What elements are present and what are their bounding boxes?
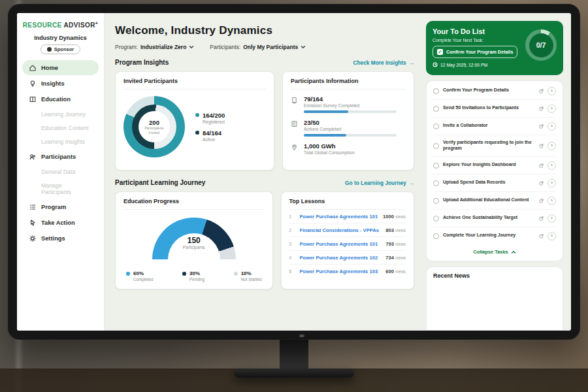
home-icon [29, 64, 37, 72]
task-row[interactable]: Upload Additional Educational Content › [433, 192, 556, 210]
task-checkbox[interactable] [433, 106, 439, 112]
chevron-right-icon[interactable]: › [547, 142, 556, 150]
location-pin-icon [291, 142, 299, 155]
program-filter-label: Program: [115, 44, 138, 50]
lesson-rank: 5 [289, 269, 295, 274]
task-label: Upload Spend Data Records [443, 180, 535, 186]
lesson-link[interactable]: Power Purchase Agreements 101 [300, 241, 381, 247]
check-more-insights-link[interactable]: Check More Insights → [353, 59, 414, 66]
chevron-right-icon[interactable]: › [547, 122, 556, 131]
sidebar-item-settings[interactable]: Settings [22, 231, 99, 246]
task-checkbox[interactable] [433, 163, 439, 169]
sidebar-item-label: General Data [41, 169, 75, 175]
task-checkbox[interactable] [433, 123, 439, 129]
next-task-pill[interactable]: ✓ Confirm Your Program Details [433, 46, 517, 58]
chevron-down-icon [301, 44, 306, 50]
sidebar-item-participants[interactable]: Participants [22, 149, 99, 164]
program-filter-dropdown[interactable]: Program: Industrialize Zero [115, 44, 194, 50]
legend-dot-completed [126, 272, 130, 276]
sidebar-item-learning-journey[interactable]: Learning Journey [22, 107, 99, 121]
todo-progress-ring: 0/7 [525, 29, 557, 61]
task-row[interactable]: Upload Spend Data Records › [433, 174, 556, 192]
chevron-right-icon[interactable]: › [547, 179, 556, 188]
insights-icon [29, 80, 37, 88]
task-row[interactable]: Verify participants requesting to join t… [433, 135, 556, 157]
todo-task-list: Confirm Your Program Details › Send 50 I… [426, 80, 563, 261]
task-checkbox[interactable] [433, 88, 439, 94]
task-row[interactable]: Confirm Your Program Details › [433, 82, 556, 100]
legend-value: 30% [189, 270, 204, 276]
sidebar-item-learning-insights[interactable]: Learning Insights [22, 135, 99, 148]
sidebar-item-manage-participants[interactable]: Manage Participants [22, 178, 99, 199]
lesson-rank: 3 [289, 242, 295, 246]
gauge-legend: 60% Completed 30% Pending [123, 259, 265, 287]
progress-fill [304, 110, 348, 113]
learning-journey-header: Participant Learning Journey Go to Learn… [115, 179, 414, 186]
task-row[interactable]: Send 50 Invitations to Participants › [433, 100, 556, 118]
task-label: Achieve One Sustainability Target [443, 215, 535, 221]
legend-label: Registered [203, 120, 225, 124]
task-row[interactable]: Explore Your Insights Dashboard › [433, 157, 556, 174]
task-label: Complete Your Learning Journey [443, 233, 535, 239]
external-link-icon [539, 163, 544, 168]
task-row[interactable]: Invite a Collaborator › [433, 118, 556, 135]
collapse-tasks-link[interactable]: Collapse Tasks [433, 244, 556, 259]
chevron-right-icon[interactable]: › [547, 214, 556, 223]
donut-center: 200 Participants Invited [139, 111, 170, 142]
invited-participants-card: Invited Participants 200 Participants In… [115, 71, 274, 171]
task-checkbox[interactable] [433, 143, 439, 149]
sidebar-item-insights[interactable]: Insights [22, 76, 99, 91]
due-date-text: 12 May 2025, 12:00 PM [440, 63, 487, 67]
sidebar-item-program[interactable]: Program [22, 199, 99, 214]
logo-resource: RESOURCE [23, 22, 62, 29]
recent-news-title: Recent News [433, 272, 556, 279]
sidebar-item-education-content[interactable]: Education Content [22, 121, 99, 135]
dashboard-screen: RESOURCE ADVISOR+ Industry Dynamics Spon… [17, 13, 571, 331]
task-row[interactable]: Complete Your Learning Journey › [433, 227, 556, 244]
monitor-stand-neck [280, 338, 308, 371]
sidebar-item-general-data[interactable]: General Data [22, 165, 99, 178]
task-row[interactable]: Achieve One Sustainability Target › [433, 210, 556, 227]
sidebar-item-education[interactable]: Education [22, 91, 99, 106]
program-insights-header: Program Insights Check More Insights → [115, 59, 414, 66]
chevron-right-icon[interactable]: › [547, 161, 556, 170]
lesson-views: 600views [385, 269, 406, 274]
task-checkbox[interactable] [433, 198, 439, 204]
collapse-tasks-label: Collapse Tasks [473, 249, 508, 255]
task-checkbox[interactable] [433, 233, 439, 239]
chevron-right-icon[interactable]: › [547, 87, 556, 95]
sidebar-item-label: Manage Participants [41, 182, 71, 195]
survey-icon [291, 95, 299, 113]
chevron-right-icon[interactable]: › [547, 105, 556, 113]
participants-information-card: Participants Information 79/164 Emission… [282, 71, 414, 171]
legend-value: 84/164 [203, 129, 221, 137]
learning-journey-cards: Education Progress 150 Participants [115, 191, 414, 289]
section-title: Participant Learning Journey [115, 179, 205, 186]
chevron-right-icon[interactable]: › [547, 197, 556, 205]
lesson-link[interactable]: Financial Considerations - VPPAs [300, 227, 381, 233]
sidebar-item-home[interactable]: Home [22, 60, 99, 75]
external-link-icon [539, 124, 544, 129]
chevron-right-icon[interactable]: › [547, 232, 556, 240]
sidebar-item-label: Program [41, 204, 66, 210]
power-led [299, 335, 304, 337]
legend-dot-active [195, 131, 199, 135]
sidebar-item-label: Education Content [41, 125, 88, 131]
participants-filter-dropdown[interactable]: Participants: Only My Participants [210, 44, 306, 50]
lesson-link[interactable]: Power Purchase Agreements 103 [300, 269, 381, 274]
arrow-right-icon: → [409, 59, 414, 66]
lesson-link[interactable]: Power Purchase Agreements 102 [300, 255, 381, 261]
legend-item: 60% Completed [126, 270, 153, 282]
participants-icon [29, 153, 37, 161]
logo-plus: + [95, 21, 99, 25]
sidebar-item-take-action[interactable]: Take Action [22, 215, 99, 230]
donut-center-label: Participants Invited [142, 126, 167, 135]
participants-filter-value: Only My Participants [243, 44, 298, 50]
external-link-icon [539, 106, 544, 111]
task-checkbox[interactable] [433, 216, 439, 221]
go-to-learning-journey-link[interactable]: Go to Learning Journey → [345, 180, 414, 186]
legend-item: 84/164 Active [195, 129, 225, 142]
task-checkbox[interactable] [433, 180, 439, 186]
lesson-link[interactable]: Power Purchase Agreements 101 [300, 214, 378, 220]
todo-header-card: Your To Do List Complete Your Next Task:… [426, 21, 563, 75]
